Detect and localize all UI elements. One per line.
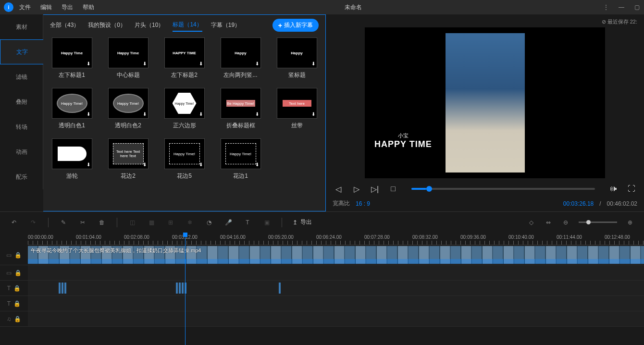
text-track-1[interactable]: T🔒: [0, 281, 644, 296]
fullscreen-icon[interactable]: ⛶: [626, 183, 637, 195]
title-preset-item[interactable]: Text here⬇丝带: [275, 88, 319, 130]
menu-help[interactable]: 帮助: [83, 3, 94, 12]
lib-tab-subtitle[interactable]: 字幕（19）: [211, 19, 240, 31]
insert-subtitle-button[interactable]: + 插入新字幕: [272, 19, 319, 32]
crop-tool[interactable]: ◫: [128, 218, 136, 227]
download-icon[interactable]: ⬇: [87, 162, 90, 167]
next-frame-button[interactable]: ▷|: [369, 183, 381, 195]
download-icon[interactable]: ⬇: [255, 162, 259, 167]
marker-tool[interactable]: ◇: [527, 218, 535, 227]
delete-tool[interactable]: 🗑: [98, 218, 106, 227]
more-icon[interactable]: ⋮: [603, 4, 609, 11]
text-clip[interactable]: [59, 283, 61, 294]
title-preset-item[interactable]: Be Happy Time!⬇折叠标题框: [219, 88, 262, 130]
fit-tool[interactable]: ⇔: [544, 218, 553, 227]
minimize-icon[interactable]: —: [618, 4, 625, 11]
menu-export[interactable]: 导出: [62, 3, 73, 12]
playhead[interactable]: [185, 233, 186, 345]
download-icon[interactable]: ⬇: [199, 61, 203, 66]
text-clip[interactable]: [179, 283, 181, 294]
mosaic-tool[interactable]: ▦: [147, 218, 156, 227]
sidebar-item-filter[interactable]: 滤镜: [0, 64, 43, 89]
sidebar-item-animation[interactable]: 动画: [0, 139, 43, 164]
lock-icon[interactable]: 🔒: [13, 300, 21, 307]
download-icon[interactable]: ⬇: [87, 61, 90, 66]
download-icon[interactable]: ⬇: [255, 61, 259, 66]
sidebar-item-text[interactable]: 文字: [0, 39, 43, 64]
sidebar-item-overlay[interactable]: 叠附: [0, 89, 43, 114]
play-button[interactable]: ▷: [351, 183, 362, 195]
edit-tool[interactable]: ✎: [59, 218, 68, 227]
title-preset-item[interactable]: Happy Time!⬇花边1: [219, 138, 262, 180]
undo-button[interactable]: ↶: [10, 218, 18, 227]
download-icon[interactable]: ⬇: [311, 111, 315, 117]
zoom-in-button[interactable]: ⊕: [626, 218, 634, 227]
ratio-value[interactable]: 16 : 9: [356, 200, 370, 207]
maximize-icon[interactable]: ▢: [633, 4, 640, 11]
title-preset-item[interactable]: Happy Time!⬇正六边形: [162, 88, 206, 130]
lock-icon[interactable]: 🔒: [14, 270, 22, 276]
video-clip[interactable]: 午夜寻花今晚约了个大长腿包臀裙美乳御姐，扣逼揉奶口交舔弄猛操.mp4: [28, 246, 644, 264]
title-preset-item[interactable]: Happy⬇左向两列竖...: [219, 37, 262, 79]
title-preset-item[interactable]: Happy Time!⬇花边5: [162, 138, 206, 180]
stop-button[interactable]: □: [387, 183, 399, 195]
download-icon[interactable]: ⬇: [143, 61, 147, 66]
download-icon[interactable]: ⬇: [199, 162, 203, 167]
download-icon[interactable]: ⬇: [143, 162, 147, 167]
download-icon[interactable]: ⬇: [255, 111, 259, 117]
preset-label: 折叠标题框: [226, 122, 255, 130]
zoom-slider[interactable]: [579, 222, 617, 223]
menu-file[interactable]: 文件: [19, 3, 31, 12]
title-preset-item[interactable]: Happy Time⬇左下标题1: [50, 37, 94, 79]
overlay-track[interactable]: ▭🔒: [0, 265, 644, 281]
playback-slider[interactable]: [411, 188, 595, 190]
lib-tab-presets[interactable]: 我的预设（0）: [88, 19, 126, 31]
download-icon[interactable]: ⬇: [311, 61, 315, 66]
lib-tab-all[interactable]: 全部（43）: [50, 19, 79, 31]
video-track[interactable]: ▭🔒 午夜寻花今晚约了个大长腿包臀裙美乳御姐，扣逼揉奶口交舔弄猛操.mp4: [0, 245, 644, 265]
title-preset-item[interactable]: Text here Text here Text⬇花边2: [106, 138, 150, 180]
video-preview[interactable]: 小宝 HAPPY TIME: [365, 27, 605, 178]
title-preset-item[interactable]: Happy⬇竖标题: [275, 37, 319, 79]
title-preset-item[interactable]: Happy Time!⬇透明白色2: [106, 88, 150, 130]
volume-icon[interactable]: 🕪: [607, 183, 619, 195]
sidebar-item-music[interactable]: 配乐: [0, 164, 43, 189]
cut-tool[interactable]: ✂: [78, 218, 87, 227]
export-button[interactable]: ↥ 导出: [293, 218, 312, 226]
zoom-out-button[interactable]: ⊖: [561, 218, 570, 227]
text-clip[interactable]: [64, 283, 66, 294]
ruler-mark: 00:12:48.00: [605, 234, 630, 240]
grid-tool[interactable]: ⊞: [166, 218, 175, 227]
preset-thumbnail: Happy⬇: [277, 37, 317, 68]
title-preset-item[interactable]: HAPPY TIME⬇左下标题2: [162, 37, 206, 79]
text-clip[interactable]: [176, 283, 178, 294]
menu-edit[interactable]: 编辑: [40, 3, 52, 12]
lib-tab-title[interactable]: 标题（14）: [173, 19, 202, 32]
lock-icon[interactable]: 🔒: [14, 316, 21, 322]
title-preset-item[interactable]: Happy Time⬇中心标题: [106, 37, 150, 79]
title-preset-item[interactable]: Happy Time!⬇游轮: [50, 138, 94, 180]
text-tool[interactable]: T: [243, 218, 252, 227]
sidebar-item-transition[interactable]: 转场: [0, 114, 43, 139]
text-clip[interactable]: [279, 283, 281, 294]
audio-tool[interactable]: 🎤: [224, 218, 233, 227]
download-icon[interactable]: ⬇: [87, 111, 90, 117]
audio-track[interactable]: ♫🔒: [0, 311, 644, 327]
freeze-tool[interactable]: ❄: [186, 218, 194, 227]
download-icon[interactable]: ⬇: [199, 111, 203, 117]
lock-icon[interactable]: 🔒: [14, 252, 22, 259]
download-icon[interactable]: ⬇: [143, 111, 147, 117]
prev-frame-button[interactable]: ◁: [333, 183, 344, 195]
text-clip[interactable]: [62, 283, 63, 294]
title-preset-item[interactable]: Happy Time!⬇透明白色1: [50, 88, 94, 130]
preset-label: 正六边形: [173, 122, 196, 130]
timeline-ruler[interactable]: 00:00:00.0000:01:04.0000:02:08.0000:03:1…: [28, 233, 644, 245]
lib-tab-opener[interactable]: 片头（10）: [135, 19, 164, 31]
pip-tool[interactable]: ▣: [262, 218, 271, 227]
redo-button[interactable]: ↷: [29, 218, 37, 227]
lock-icon[interactable]: 🔒: [13, 285, 21, 292]
speed-tool[interactable]: ◔: [205, 218, 213, 227]
text-clip[interactable]: [182, 283, 184, 294]
text-track-2[interactable]: T🔒: [0, 296, 644, 311]
sidebar-item-media[interactable]: 素材: [0, 14, 43, 39]
